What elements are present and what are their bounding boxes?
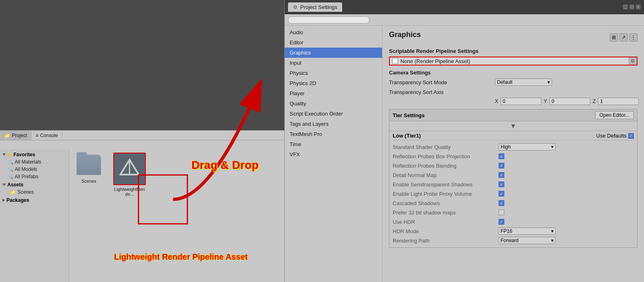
asset-item-scenes[interactable]: Scenes [73, 153, 105, 184]
packages-header[interactable]: Packages [0, 197, 69, 204]
transparency-sort-axis-row: Transparency Sort Axis [389, 88, 637, 96]
window-title: Project Settings [300, 4, 337, 10]
use-defaults-row: Use Defaults ✓ [596, 133, 634, 139]
settings-content: Audio Editor Graphics Input Physics Phys… [285, 26, 644, 282]
sidebar-item-time[interactable]: Time [285, 139, 382, 149]
pipeline-gear-button[interactable]: ⚙ [629, 57, 637, 65]
use-hdr-checkbox[interactable]: ✓ [499, 219, 504, 225]
rendering-dropdown-arrow-icon: ▾ [551, 238, 554, 243]
camera-settings-header: Camera Settings [389, 70, 637, 76]
assets-header[interactable]: Assets [0, 181, 69, 188]
packages-section: Packages [0, 197, 69, 204]
light-probe-label: Enable Light Probe Proxy Volume [393, 191, 499, 197]
left-panel: 📁 Project ≡ Console Create ▾ ★ Favorites… [0, 0, 284, 282]
rendering-path-value: Forward ▾ [499, 237, 556, 244]
tier-down-arrow-icon: ▼ [510, 122, 517, 130]
all-models-label: All Models [15, 166, 37, 172]
tier-row-rendering-path: Rendering Path Forward ▾ [393, 236, 634, 245]
x-axis-label: X [495, 98, 498, 104]
sidebar-item-input[interactable]: Input [285, 58, 382, 68]
sidebar-item-player[interactable]: Player [285, 88, 382, 98]
lightweight-asset-label: LightweightRende... [113, 187, 146, 197]
y-axis-input[interactable] [549, 98, 590, 105]
top-right-icons: ⊞ ↗ ⋮ [610, 33, 637, 42]
reflection-box-label: Reflection Probes Box Projection [393, 153, 499, 160]
close-button[interactable]: × [636, 4, 641, 9]
rendering-path-dropdown[interactable]: Forward ▾ [499, 237, 556, 244]
transparency-sort-mode-row: Transparency Sort Mode Default ▾ [389, 78, 637, 86]
sidebar-item-script-execution[interactable]: Script Execution Order [285, 109, 382, 119]
standard-shader-value: High ▾ [499, 143, 556, 151]
packages-collapse-icon [2, 199, 5, 202]
cascaded-checkbox[interactable]: ✓ [499, 200, 504, 206]
tab-console[interactable]: ≡ Console [31, 131, 62, 140]
assets-section: Assets 📁 Scenes [0, 181, 69, 196]
sidebar-item-textmesh[interactable]: TextMesh Pro [285, 129, 382, 139]
panel-tabs: 📁 Project ≡ Console [0, 130, 284, 140]
maximize-button[interactable]: □ [629, 4, 634, 9]
project-tree: ★ Favorites 🔍 All Materials 🔍 All Models… [0, 149, 69, 282]
z-axis-input[interactable] [598, 98, 639, 105]
tree-item-all-prefabs[interactable]: 🔍 All Prefabs [0, 173, 69, 180]
folder-shape [77, 155, 101, 175]
favorites-section: ★ Favorites 🔍 All Materials 🔍 All Models… [0, 151, 69, 180]
unity-logo-svg [119, 159, 140, 179]
scriptable-pipeline-header: Scriptable Render Pipeline Settings [389, 48, 637, 54]
detail-normal-value: ✓ [499, 172, 504, 178]
tier1-sub-header: Low (Tier1) Use Defaults ✓ [393, 133, 634, 140]
project-tab-label: Project [12, 133, 27, 138]
search-bar [285, 14, 644, 26]
sidebar-item-physics2d[interactable]: Physics 2D [285, 78, 382, 88]
more-icon-btn[interactable]: ⋮ [629, 33, 637, 42]
open-editor-button[interactable]: Open Editor... [595, 111, 634, 119]
sidebar-item-physics[interactable]: Physics [285, 68, 382, 78]
reflection-blending-label: Reflection Probes Blending [393, 163, 499, 169]
reflection-box-checkbox[interactable]: ✓ [499, 153, 504, 159]
semitransparent-value: ✓ [499, 181, 504, 187]
dropdown-arrow-icon2: ▾ [551, 144, 554, 150]
assets-label: Assets [7, 182, 23, 188]
tier-row-light-probe: Enable Light Probe Proxy Volume ✓ [393, 190, 634, 198]
title-bar: ⚙ Project Settings _ □ × [285, 0, 644, 14]
sidebar-item-graphics[interactable]: Graphics [285, 48, 382, 58]
semitransparent-checkbox[interactable]: ✓ [499, 181, 504, 187]
32bit-label: Prefer 32 bit shadow maps [393, 210, 499, 216]
detail-normal-checkbox[interactable]: ✓ [499, 172, 504, 178]
scenes-folder-label: Scenes [81, 179, 97, 184]
z-axis-label: Z [593, 98, 596, 104]
standard-shader-dropdown[interactable]: High ▾ [499, 143, 556, 151]
asset-item-lightweight[interactable]: LightweightRende... [113, 153, 146, 197]
cascaded-label: Cascaded Shadows [393, 200, 499, 206]
search-small-icon: 🔍 [8, 160, 13, 164]
hdr-mode-dropdown[interactable]: FP16 ▾ [499, 227, 556, 235]
minimize-button[interactable]: _ [623, 4, 628, 9]
tree-item-all-materials[interactable]: 🔍 All Materials [0, 158, 69, 166]
favorites-header[interactable]: ★ Favorites [0, 151, 69, 158]
sidebar-item-editor[interactable]: Editor [285, 37, 382, 48]
tab-project[interactable]: 📁 Project [0, 131, 31, 140]
expand-icon-btn[interactable]: ↗ [620, 33, 628, 42]
transparency-sort-mode-value: Default ▾ [495, 79, 637, 86]
cascaded-value: ✓ [499, 200, 504, 206]
tree-item-scenes[interactable]: 📁 Scenes [0, 188, 69, 196]
light-probe-checkbox[interactable]: ✓ [499, 191, 504, 197]
sidebar-item-audio[interactable]: Audio [285, 27, 382, 37]
pipeline-checkbox[interactable] [392, 58, 398, 64]
layout-icon-btn[interactable]: ⊞ [610, 33, 618, 42]
hdr-mode-label: HDR Mode [393, 228, 499, 234]
tier-settings-section: Tier Settings Open Editor... ▼ Low (Tier… [389, 109, 637, 248]
sidebar-item-vfx[interactable]: VFX [285, 149, 382, 160]
x-axis-input[interactable] [501, 98, 541, 105]
settings-sidebar: Audio Editor Graphics Input Physics Phys… [285, 26, 382, 282]
32bit-checkbox[interactable] [499, 210, 504, 215]
search-input[interactable] [288, 16, 369, 24]
transparency-sort-dropdown[interactable]: Default ▾ [495, 79, 552, 86]
tier-row-32bit: Prefer 32 bit shadow maps [393, 208, 634, 216]
tree-item-all-models[interactable]: 🔍 All Models [0, 166, 69, 173]
project-settings-window: ⚙ Project Settings _ □ × Audio Editor Gr… [284, 0, 644, 282]
sidebar-item-tags-layers[interactable]: Tags and Layers [285, 119, 382, 129]
project-settings-tab[interactable]: ⚙ Project Settings [288, 2, 342, 12]
sidebar-item-quality[interactable]: Quality [285, 98, 382, 109]
use-defaults-checkbox[interactable]: ✓ [628, 133, 634, 139]
reflection-blending-checkbox[interactable]: ✓ [499, 163, 504, 168]
